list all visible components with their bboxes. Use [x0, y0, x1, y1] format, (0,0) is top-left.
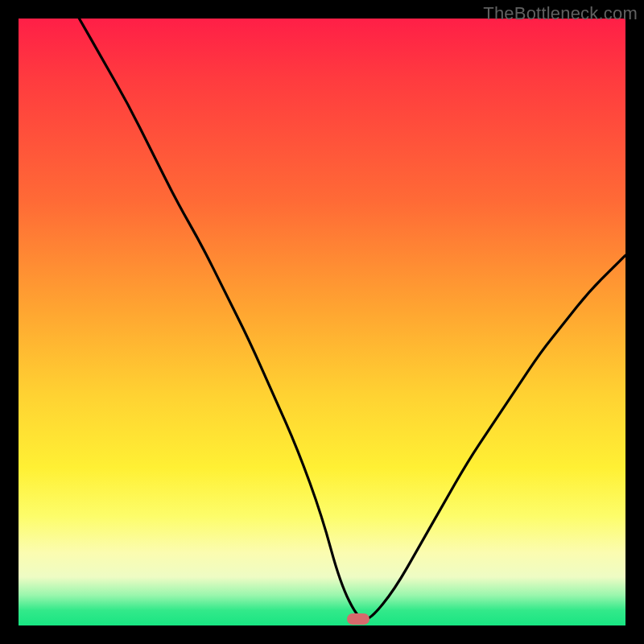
bottleneck-curve [19, 19, 625, 625]
optimal-point-marker [347, 613, 369, 625]
plot-area [19, 19, 625, 625]
watermark-text: TheBottleneck.com [483, 3, 638, 24]
chart-frame: TheBottleneck.com [0, 0, 644, 644]
